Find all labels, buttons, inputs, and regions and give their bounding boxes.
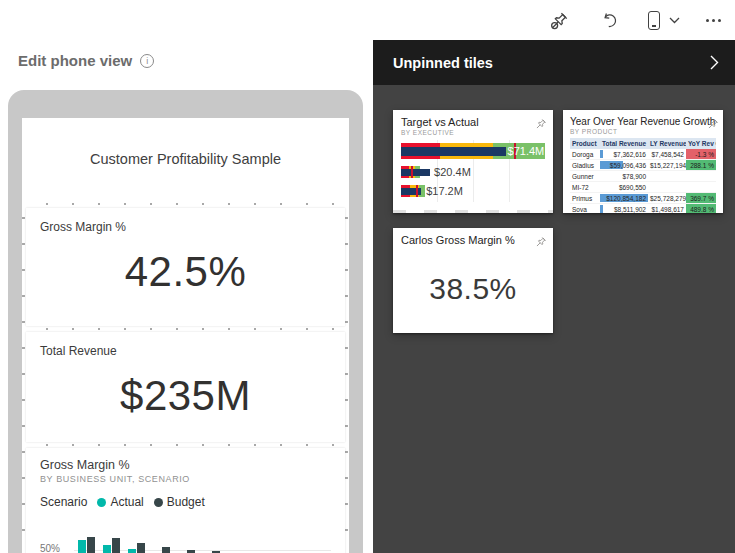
tile-title: Carlos Gross Margin %	[401, 234, 545, 246]
pin-icon[interactable]	[535, 116, 547, 134]
tile-subtitle: BY PRODUCT	[570, 128, 716, 135]
tile-value: 42.5%	[40, 248, 331, 296]
gm-bar-chart-bars	[78, 517, 329, 553]
bullet-row: $17.2M	[401, 185, 545, 197]
yoy-table: ProductTotal RevenueLY RevenueYoY Rev Gr…	[570, 138, 716, 213]
phone-tile-gross-margin-chart[interactable]: Gross Margin % BY BUSINESS UNIT, SCENARI…	[26, 448, 345, 553]
legend-item-budget[interactable]: Budget	[154, 495, 205, 509]
unpinned-tile-carlos-gross-margin[interactable]: Carlos Gross Margin % 38.5%	[393, 228, 553, 333]
grid-dots-row	[22, 200, 349, 208]
table-header: Product	[570, 138, 600, 149]
top-toolbar	[0, 0, 735, 40]
chevron-down-icon[interactable]	[669, 0, 680, 40]
chart-legend: Scenario Actual Budget	[40, 495, 331, 509]
bar-pair[interactable]	[303, 517, 320, 553]
phone-screen: Customer Profitability Sample Gross Marg…	[22, 118, 349, 553]
edit-phone-view-heading: Edit phone view	[18, 52, 132, 69]
table-header: YoY Rev Growth	[686, 138, 716, 149]
table-row: MI-72$690,550	[570, 182, 716, 193]
phone-view-icon[interactable]	[648, 0, 660, 40]
bullet-value-label: $17.2M	[426, 185, 463, 197]
bullet-chart: $71.4M$20.4M$17.2M	[401, 140, 545, 206]
legend-label: Actual	[110, 495, 143, 509]
legend-dot-budget	[154, 498, 163, 507]
tile-label: Gross Margin %	[40, 458, 331, 472]
table-row: Doroga$7,362,616$7,458,542-1.3 %	[570, 149, 716, 160]
pin-icon[interactable]	[535, 234, 547, 252]
report-title: Customer Profitability Sample	[90, 151, 281, 167]
bar-pair[interactable]	[203, 517, 220, 553]
undo-icon[interactable]	[599, 0, 618, 40]
edit-phone-view-panel: Edit phone view i Customer Profitability…	[0, 40, 373, 553]
more-options-icon[interactable]	[706, 0, 721, 40]
tile-value: $235M	[40, 372, 331, 420]
phone-tile-total-revenue[interactable]: Total Revenue $235M	[26, 332, 345, 442]
legend-dot-actual	[97, 498, 106, 507]
unpinned-tile-yoy-revenue-growth[interactable]: Year Over Year Revenue Growth BY PRODUCT…	[563, 110, 723, 213]
tile-title: Target vs Actual	[401, 116, 545, 128]
tile-title: Year Over Year Revenue Growth	[570, 116, 716, 127]
gm-bar-chart: 50%	[40, 517, 331, 553]
bullet-row: $20.4M	[401, 166, 545, 178]
unpinned-tiles-body: Target vs Actual BY EXECUTIVE $71.4M$20.…	[373, 85, 735, 553]
bar-pair[interactable]	[178, 517, 195, 553]
cropped-axis-row	[393, 210, 553, 213]
info-icon[interactable]: i	[140, 54, 154, 68]
report-title-card: Customer Profitability Sample	[22, 118, 349, 200]
tile-label: Gross Margin %	[40, 220, 331, 234]
tile-label: Total Revenue	[40, 344, 331, 358]
table-row: Gladius$59,096,436$15,227,194288.1 %	[570, 160, 716, 171]
tile-subtitle: BY EXECUTIVE	[401, 129, 545, 136]
table-header: LY Revenue	[648, 138, 686, 149]
legend-title: Scenario	[40, 495, 87, 509]
bullet-value-label: $71.4M	[508, 143, 545, 159]
table-header: Total Revenue	[600, 138, 648, 149]
tile-sublabel: BY BUSINESS UNIT, SCENARIO	[40, 474, 331, 484]
legend-label: Budget	[167, 495, 205, 509]
phone-mockup: Customer Profitability Sample Gross Marg…	[8, 90, 363, 553]
legend-item-actual[interactable]: Actual	[97, 495, 143, 509]
tile-value: 38.5%	[401, 272, 545, 306]
bullet-value-label: $20.4M	[434, 166, 471, 178]
main-area: Edit phone view i Customer Profitability…	[0, 40, 735, 553]
unpinned-tile-target-vs-actual[interactable]: Target vs Actual BY EXECUTIVE $71.4M$20.…	[393, 110, 553, 213]
table-row: Sova$8,511,902$1,498,617489.8 %	[570, 204, 716, 214]
bar-pair[interactable]	[253, 517, 270, 553]
y-axis-tick: 50%	[40, 543, 60, 553]
unpinned-tiles-panel: Unpinned tiles Target vs Actual BY EXECU…	[373, 40, 735, 553]
phone-tile-gross-margin[interactable]: Gross Margin % 42.5%	[26, 208, 345, 326]
pin-icon[interactable]	[707, 116, 719, 134]
app-window: Edit phone view i Customer Profitability…	[0, 0, 735, 553]
table-row: Primus$120,854,182$25,728,279369.7 %	[570, 193, 716, 204]
collapse-chevron-icon[interactable]	[710, 55, 719, 70]
bar-pair[interactable]	[228, 517, 245, 553]
bar-pair[interactable]	[103, 517, 120, 553]
bar-pair[interactable]	[128, 517, 145, 553]
unpinned-tiles-header: Unpinned tiles	[373, 40, 735, 85]
bar-pair[interactable]	[153, 517, 170, 553]
unpinned-tiles-heading: Unpinned tiles	[393, 55, 493, 71]
table-row: Gunner$78,900	[570, 171, 716, 182]
bar-pair[interactable]	[278, 517, 295, 553]
bar-pair[interactable]	[78, 517, 95, 553]
bullet-row: $71.4M	[401, 143, 545, 159]
unpin-icon[interactable]	[550, 0, 569, 40]
